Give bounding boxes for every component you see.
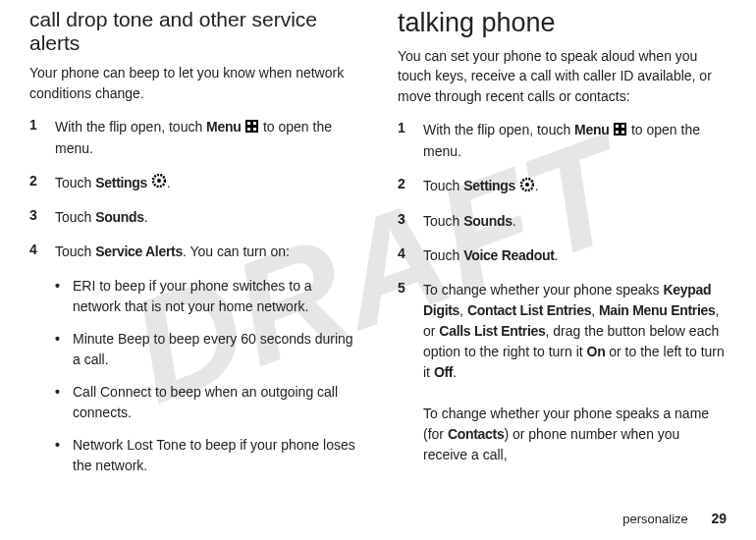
- left-heading: call drop tone and other service alerts: [29, 8, 358, 55]
- bullet-minute-beep: •Minute Beep to beep every 60 seconds du…: [29, 329, 358, 370]
- step-number: 4: [398, 245, 411, 266]
- step-text: Touch: [55, 209, 95, 225]
- settings-label: Settings: [95, 175, 150, 190]
- on-label: On: [587, 344, 606, 359]
- step-number: 1: [29, 117, 43, 159]
- svg-rect-9: [621, 125, 624, 128]
- contact-list-entries-label: Contact List Entries: [467, 302, 591, 318]
- menu-grid-icon: [245, 118, 258, 138]
- bullet-text: to beep if your phone switches to a netw…: [73, 278, 312, 314]
- step-text: .: [144, 209, 148, 225]
- step-text: Touch: [55, 175, 95, 190]
- step-text: .: [555, 247, 559, 263]
- right-step-3: 3 Touch Sounds.: [398, 211, 727, 232]
- step-text: . You can turn on:: [183, 243, 290, 259]
- bullet-eri: •ERI to beep if your phone switches to a…: [29, 276, 358, 317]
- bullet-icon: •: [55, 435, 63, 476]
- menu-grid-icon: [614, 121, 626, 141]
- svg-rect-10: [616, 131, 619, 134]
- off-label: Off: [434, 364, 453, 380]
- speak-aloud-bold: speak aloud: [561, 48, 635, 64]
- right-heading: talking phone: [398, 8, 727, 38]
- intro-text: You can set your phone to: [398, 48, 561, 64]
- step-number: 3: [29, 207, 43, 228]
- right-intro: You can set your phone to speak aloud wh…: [398, 46, 727, 106]
- step-number: 4: [29, 242, 43, 262]
- left-step-3: 3 Touch Sounds.: [29, 207, 358, 228]
- step-number: 2: [398, 176, 411, 197]
- sounds-label: Sounds: [463, 213, 513, 229]
- left-step-4: 4 Touch Service Alerts. You can turn on:: [29, 242, 358, 262]
- bullet-call-connect: •Call Connect to beep when an outgoing c…: [29, 382, 358, 423]
- step-number: 5: [398, 280, 411, 465]
- service-alerts-label: Service Alerts: [95, 243, 183, 259]
- svg-rect-11: [621, 131, 624, 134]
- left-intro: Your phone can beep to let you know when…: [29, 63, 358, 103]
- svg-rect-7: [614, 123, 626, 135]
- settings-label: Settings: [463, 178, 518, 193]
- right-step-4: 4 Touch Voice Readout.: [398, 245, 727, 266]
- main-menu-entries-label: Main Menu Entries: [599, 302, 716, 318]
- right-step-1: 1 With the flip open, touch Menu to open…: [398, 120, 727, 162]
- step-text: .: [453, 364, 457, 380]
- step-number: 3: [398, 211, 411, 232]
- step-text: .: [167, 175, 171, 190]
- step-text: With the flip open, touch: [423, 122, 574, 137]
- step-text: Touch: [423, 247, 463, 263]
- bullet-network-lost: •Network Lost Tone to beep if your phone…: [29, 435, 358, 476]
- right-column: talking phone You can set your phone to …: [398, 8, 727, 488]
- step-number: 1: [398, 120, 411, 162]
- sounds-label: Sounds: [95, 209, 144, 225]
- bullet-icon: •: [55, 382, 63, 423]
- right-step-5: 5 To change whether your phone speaks Ke…: [398, 280, 727, 465]
- bullet-bold: Call Connect: [73, 384, 151, 400]
- gear-icon: [520, 177, 534, 197]
- step-text: ,: [591, 302, 599, 318]
- step-number: 2: [29, 173, 43, 194]
- bullet-icon: •: [55, 276, 63, 317]
- step-text: .: [513, 213, 516, 229]
- menu-label: Menu: [206, 119, 244, 135]
- gear-icon: [152, 173, 166, 193]
- step-text: Touch: [423, 213, 463, 229]
- left-column: call drop tone and other service alerts …: [29, 8, 358, 488]
- step-text: To change whether your phone speaks: [423, 282, 663, 297]
- page-footer: personalize 29: [622, 511, 727, 526]
- svg-rect-2: [253, 122, 256, 125]
- left-step-1: 1 With the flip open, touch Menu to open…: [29, 117, 358, 159]
- left-step-2: 2 Touch Settings .: [29, 173, 358, 194]
- step-text: ,: [459, 302, 467, 318]
- svg-point-13: [525, 183, 529, 187]
- contacts-label: Contacts: [448, 426, 505, 442]
- svg-rect-4: [253, 128, 256, 131]
- menu-label: Menu: [574, 122, 613, 137]
- step-text: Touch: [55, 243, 95, 259]
- svg-rect-3: [247, 128, 250, 131]
- right-step-2: 2 Touch Settings .: [398, 176, 727, 197]
- svg-rect-0: [245, 120, 258, 133]
- step-text: Touch: [423, 178, 463, 193]
- bullet-bold: Network Lost Tone: [73, 437, 187, 453]
- svg-rect-8: [616, 125, 619, 128]
- voice-readout-label: Voice Readout: [463, 247, 554, 263]
- page-number: 29: [711, 511, 727, 526]
- step-text: .: [535, 178, 539, 193]
- footer-section-label: personalize: [622, 512, 688, 526]
- bullet-bold: ERI: [73, 278, 95, 294]
- calls-list-entries-label: Calls List Entries: [439, 323, 545, 339]
- svg-point-6: [157, 179, 161, 183]
- bullet-bold: Minute Beep: [73, 331, 150, 347]
- bullet-icon: •: [55, 329, 63, 370]
- svg-rect-1: [247, 122, 250, 125]
- step-text: With the flip open, touch: [55, 119, 206, 135]
